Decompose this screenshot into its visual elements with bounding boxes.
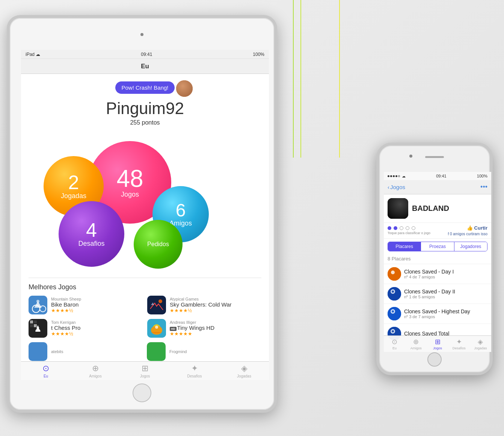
iphone-tab-desafios[interactable]: ✦ Desafios — [448, 338, 470, 350]
tab-jogadas[interactable]: ◈ Jogadas — [219, 364, 269, 378]
iphone-statusbar: ☁ 09:41 100% — [384, 172, 491, 180]
game-stars: ★★★★½ — [51, 308, 143, 313]
game-detail-header: BADLAND — [384, 194, 491, 223]
iphone-tab-eu-label: Eu — [392, 346, 397, 350]
section-divider — [29, 278, 261, 278]
jogos-icon: ⊞ — [435, 338, 441, 346]
jogadas-icon: ◈ — [241, 364, 247, 373]
amigos-icon: ⊕ — [413, 338, 419, 346]
list-item[interactable]: Clones Saved - Day I nº 4 de 7 amigos — [384, 264, 491, 284]
ipad-camera — [140, 33, 143, 36]
like-label: Curtir — [474, 225, 487, 231]
placares-count: 8 Placares — [384, 254, 491, 264]
dot-empty-3 — [412, 226, 415, 230]
leaderboard-title-1: Clones Saved - Day I — [404, 269, 487, 275]
iphone-speaker — [425, 156, 444, 158]
games-grid: Mountain Sheep Bike Baron ★★★★½ — [29, 296, 261, 338]
svg-point-29 — [392, 330, 394, 332]
game-info-t-chess: Tom Kerrigan t Chess Pro ★★★★½ — [51, 320, 143, 337]
svg-point-3 — [36, 300, 39, 303]
section-title-melhores: Melhores Jogos — [29, 283, 261, 291]
leaderboard-info-3: Clones Saved - Highest Day nº 3 de 7 ami… — [404, 308, 487, 319]
list-item[interactable]: Andreas Illiger HDTiny Wings HD ★★★★★ — [147, 319, 261, 338]
svg-point-24 — [388, 307, 401, 320]
bubble-pedidos[interactable]: Pedidos — [134, 220, 183, 269]
game-info-partial-2: Frogmind — [169, 349, 261, 354]
dot-empty-1 — [400, 226, 403, 230]
svg-point-16 — [392, 203, 403, 213]
ipad-home-button[interactable] — [133, 383, 151, 402]
tab-amigos-label: Amigos — [89, 374, 101, 378]
ipad-status-left: iPad ☁ — [26, 52, 40, 57]
iphone-tab-amigos[interactable]: ⊕ Amigos — [405, 338, 427, 350]
person-icon: ⊙ — [392, 338, 397, 346]
ipad-statusbar: iPad ☁ 09:41 100% — [21, 50, 269, 59]
dot-filled-1 — [388, 226, 391, 230]
list-item[interactable]: atebits — [29, 342, 143, 361]
list-item[interactable]: Mountain Sheep Bike Baron ★★★★½ — [29, 296, 143, 314]
iphone-tab-jogos-label: Jogos — [433, 346, 442, 350]
rating-row: Toque para classificar o jogo 👍 Curtir f… — [384, 223, 491, 239]
list-item[interactable]: Atypical Games Sky Gamblers: Cold War ★★… — [147, 296, 261, 314]
iphone-tab-jogadas[interactable]: ◈ Jogadas — [470, 338, 491, 350]
iphone-tab-eu[interactable]: ⊙ Eu — [384, 338, 405, 350]
tab-jogos[interactable]: ⊞ Jogos — [120, 364, 170, 378]
leaderboard-info-1: Clones Saved - Day I nº 4 de 7 amigos — [404, 269, 487, 279]
iphone-tab-jogadas-label: Jogadas — [474, 346, 487, 350]
more-button[interactable]: ••• — [480, 183, 487, 191]
bubble-desafios[interactable]: 4 Desafios — [59, 201, 124, 267]
iphone-tab-desafios-label: Desafios — [453, 346, 466, 350]
game-name: t Chess Pro — [51, 325, 143, 331]
game-title-badland: BADLAND — [412, 204, 449, 213]
tab-desafios[interactable]: ✦ Desafios — [170, 364, 219, 378]
list-item[interactable]: Clones Saved - Day II nº 1 de 5 amigos — [384, 284, 491, 304]
svg-point-26 — [392, 310, 394, 313]
desafios-icon: ✦ — [191, 364, 198, 373]
profile-name: Pinguim92 — [106, 99, 184, 118]
game-info-sky-gamblers: Atypical Games Sky Gamblers: Cold War ★★… — [170, 297, 261, 313]
list-item[interactable]: Clones Saved - Highest Day nº 3 de 7 ami… — [384, 304, 491, 324]
list-item[interactable]: Frogmind — [147, 342, 261, 361]
like-button[interactable]: 👍 Curtir — [467, 225, 487, 231]
segment-jogadores[interactable]: Jogadores — [454, 242, 487, 251]
iphone-time: 09:41 — [436, 174, 447, 178]
leaderboard-sub-3: nº 3 de 7 amigos — [404, 314, 487, 319]
tab-eu-label: Eu — [44, 374, 48, 378]
leaderboard-title-3: Clones Saved - Highest Day — [404, 308, 487, 314]
game-name: Sky Gamblers: Cold War — [170, 301, 261, 308]
svg-rect-10 — [30, 324, 33, 327]
desafios-icon: ✦ — [456, 338, 462, 346]
bubble-jogadas-number: 2 — [68, 173, 79, 192]
ipad-content: Pow! Crash! Bang! Pinguim92 255 pontos 4… — [21, 74, 269, 361]
iphone-home-button[interactable] — [427, 352, 442, 367]
bubble-pedidos-label: Pedidos — [147, 241, 169, 248]
game-developer: Frogmind — [169, 349, 261, 354]
jogadas-icon: ◈ — [478, 338, 483, 346]
chevron-left-icon: ‹ — [388, 184, 389, 190]
ipad-tabbar: ⊙ Eu ⊕ Amigos ⊞ Jogos ✦ Desafios ◈ Jog — [21, 361, 269, 380]
segment-placares[interactable]: Placares — [388, 242, 421, 251]
tab-eu[interactable]: ⊙ Eu — [21, 364, 71, 378]
game-info-partial-1: atebits — [51, 349, 143, 354]
iphone-camera — [409, 155, 412, 158]
game-icon-t-chess: ♟ — [29, 319, 47, 338]
svg-point-18 — [395, 206, 397, 208]
svg-rect-11 — [34, 324, 37, 327]
amigos-icon: ⊕ — [92, 364, 99, 373]
back-button[interactable]: ‹ Jogos — [388, 184, 405, 190]
game-stars: ★★★★½ — [51, 331, 143, 337]
tab-jogos-label: Jogos — [140, 374, 150, 378]
thumbs-up-icon: 👍 — [467, 225, 473, 231]
dot2 — [390, 175, 392, 177]
ipad-status-center: 09:41 — [141, 52, 152, 57]
jogos-icon: ⊞ — [142, 364, 148, 373]
iphone-tab-jogos[interactable]: ⊞ Jogos — [427, 338, 448, 350]
game-developer: Tom Kerrigan — [51, 320, 143, 325]
wifi-icon: ☁ — [402, 174, 406, 178]
iphone-navbar: ‹ Jogos ••• — [384, 180, 491, 194]
game-icon-partial-2 — [147, 342, 166, 361]
segment-proezas[interactable]: Proezas — [421, 242, 454, 251]
tab-amigos[interactable]: ⊕ Amigos — [71, 364, 120, 378]
list-item[interactable]: ♟ Tom Kerrigan t Chess Pro ★★★★½ — [29, 319, 143, 338]
tab-desafios-label: Desafios — [187, 374, 202, 378]
